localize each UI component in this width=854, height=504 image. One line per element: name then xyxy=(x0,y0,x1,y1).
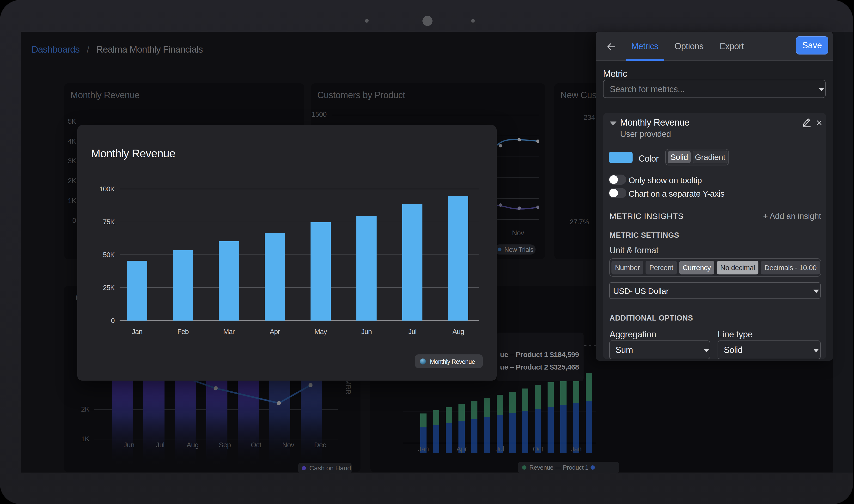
svg-text:Jul: Jul xyxy=(408,328,416,336)
svg-text:Aug: Aug xyxy=(452,328,464,336)
svg-text:50K: 50K xyxy=(103,251,115,258)
svg-text:25K: 25K xyxy=(103,284,115,291)
svg-text:Apr: Apr xyxy=(270,328,280,336)
svg-text:Mar: Mar xyxy=(223,328,235,336)
svg-text:Jan: Jan xyxy=(132,328,142,336)
svg-text:Jun: Jun xyxy=(361,328,372,336)
svg-text:May: May xyxy=(314,328,327,336)
svg-text:Feb: Feb xyxy=(177,328,189,336)
svg-text:75K: 75K xyxy=(103,218,115,226)
svg-text:0: 0 xyxy=(111,317,114,324)
svg-text:100K: 100K xyxy=(99,185,115,193)
